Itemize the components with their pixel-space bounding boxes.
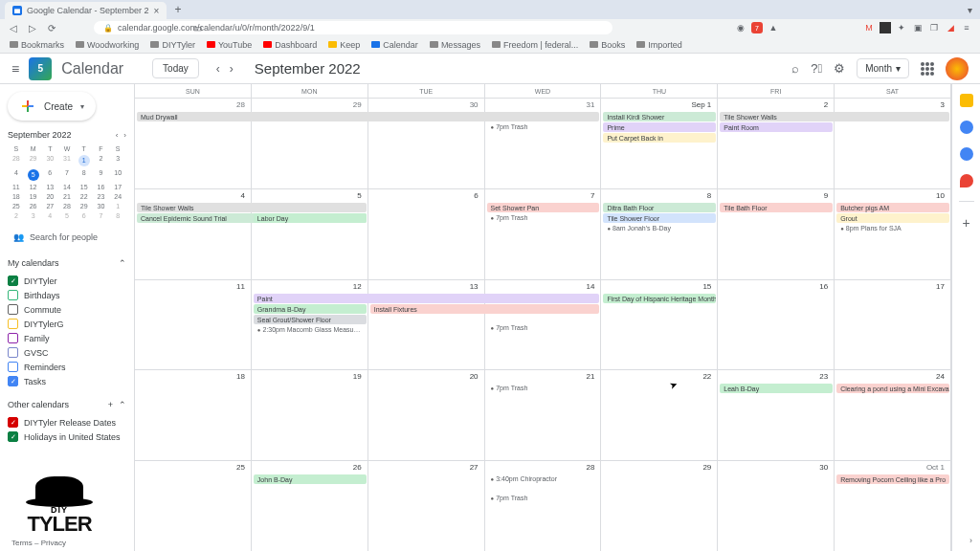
gmail-ext-icon[interactable]: M: [863, 22, 875, 33]
day-cell[interactable]: 25: [135, 461, 252, 551]
help-icon[interactable]: ?⃝: [811, 61, 822, 76]
day-cell[interactable]: 6: [368, 189, 485, 279]
main-menu-button[interactable]: ≡: [11, 61, 19, 77]
mini-cal-day[interactable]: 1: [109, 201, 126, 210]
mini-cal-day[interactable]: 21: [58, 191, 76, 201]
calendar-event-span[interactable]: Grandma B-Day: [254, 304, 367, 314]
mini-cal-day[interactable]: 24: [109, 191, 126, 201]
day-cell[interactable]: 283:40pm Chiropractor7pm Trash: [485, 461, 602, 551]
day-cell[interactable]: 27: [368, 461, 485, 551]
keep-icon[interactable]: [960, 94, 973, 107]
new-tab-button[interactable]: +: [174, 3, 181, 16]
back-button[interactable]: ◁: [8, 22, 19, 33]
calendar-checkbox[interactable]: [8, 347, 18, 358]
mini-cal-day[interactable]: 12: [25, 182, 42, 191]
calendar-event-span[interactable]: Paint: [254, 294, 600, 303]
mini-cal-day[interactable]: 9: [93, 167, 110, 182]
bookmark-item[interactable]: Imported: [636, 40, 682, 50]
calendar-event-span[interactable]: Tile Shower Walls: [720, 112, 949, 121]
forward-button[interactable]: ▷: [27, 22, 38, 33]
calendar-event[interactable]: 7pm Trash: [487, 494, 599, 502]
mini-calendar[interactable]: SMTWTFS282930311234567891011121314151617…: [8, 143, 126, 220]
mini-next-button[interactable]: ›: [123, 131, 126, 140]
bookmark-item[interactable]: Calendar: [371, 40, 418, 50]
calendar-list-item[interactable]: DIYTyler: [8, 274, 126, 288]
mini-cal-day[interactable]: 10: [109, 167, 126, 182]
calendar-event[interactable]: 7pm Trash: [487, 213, 599, 222]
mini-cal-day[interactable]: 27: [41, 201, 58, 210]
mini-cal-day[interactable]: 6: [76, 210, 93, 220]
mini-cal-day[interactable]: 22: [76, 191, 93, 201]
mini-cal-day[interactable]: 18: [8, 191, 25, 201]
bookmark-item[interactable]: DIYTyler: [150, 40, 195, 50]
footer-links[interactable]: Terms – Privacy: [11, 539, 66, 547]
calendar-event-span[interactable]: Labor Day: [254, 213, 367, 223]
contacts-icon[interactable]: [960, 147, 973, 161]
mini-cal-day[interactable]: 3: [25, 210, 42, 220]
calendar-event[interactable]: 2:30pm Macomb Glass Measuring: [254, 325, 366, 334]
window-controls[interactable]: ▾: [968, 5, 972, 15]
day-cell[interactable]: 29: [601, 461, 718, 551]
mini-cal-day[interactable]: 4: [41, 210, 58, 220]
calendar-checkbox[interactable]: [8, 376, 18, 386]
mini-cal-day[interactable]: 8: [76, 167, 93, 182]
close-tab-icon[interactable]: ×: [154, 6, 160, 16]
settings-icon[interactable]: ⚙: [834, 61, 845, 76]
mini-cal-day[interactable]: 28: [58, 201, 76, 210]
mini-cal-day[interactable]: 14: [58, 182, 76, 191]
mini-cal-day[interactable]: 30: [41, 153, 58, 167]
mini-cal-day[interactable]: 28: [8, 153, 25, 167]
add-calendar-icon[interactable]: +: [108, 400, 113, 409]
search-people-input[interactable]: 👥 Search for people: [8, 228, 126, 247]
calendar-event-span[interactable]: John B-Day: [254, 474, 367, 484]
square-ext-icon[interactable]: ▣: [912, 22, 924, 33]
calendar-event-span[interactable]: Butcher pigs AM: [836, 203, 949, 212]
bookmark-item[interactable]: Bookmarks: [10, 40, 64, 50]
mini-cal-day[interactable]: 25: [8, 201, 25, 210]
shield-icon[interactable]: ▲: [768, 22, 779, 33]
calendar-event[interactable]: 7pm Trash: [487, 384, 599, 392]
mini-cal-day[interactable]: 7: [58, 167, 76, 182]
mini-cal-day[interactable]: 30: [93, 201, 110, 210]
calendar-list-item[interactable]: Reminders: [8, 360, 126, 374]
my-calendars-toggle[interactable]: My calendars ⌃: [8, 256, 126, 270]
google-apps-button[interactable]: [921, 62, 934, 76]
mini-cal-day[interactable]: 15: [76, 182, 93, 191]
mini-cal-day[interactable]: 5: [25, 167, 42, 182]
mini-cal-day[interactable]: 2: [93, 153, 110, 167]
extensions-icon[interactable]: ✦: [896, 22, 907, 33]
mini-cal-day[interactable]: 5: [58, 210, 76, 220]
bookmark-item[interactable]: Keep: [328, 40, 360, 50]
mini-cal-day[interactable]: 4: [8, 167, 25, 182]
day-cell[interactable]: 19: [252, 370, 368, 460]
mini-cal-day[interactable]: 1: [76, 153, 93, 167]
calendar-event-span[interactable]: Seal Grout/Shower Floor: [254, 315, 367, 324]
collapse-panel-icon[interactable]: ›: [969, 536, 972, 545]
copy-ext-icon[interactable]: ❐: [928, 22, 940, 33]
calendar-event[interactable]: 7pm Trash: [487, 323, 599, 332]
dark-ext-icon[interactable]: [880, 22, 891, 33]
maps-icon[interactable]: [960, 174, 973, 187]
mini-cal-day[interactable]: 16: [93, 182, 110, 191]
calendar-list-item[interactable]: GVSC: [8, 345, 126, 360]
calendar-checkbox[interactable]: [8, 276, 18, 286]
tasks-icon[interactable]: [960, 121, 973, 134]
mini-cal-day[interactable]: 8: [109, 210, 126, 220]
calendar-event-span[interactable]: Tile Shower Floor: [603, 213, 716, 223]
calendar-event-span[interactable]: Prime: [603, 122, 716, 132]
bookmark-item[interactable]: Messages: [430, 40, 480, 50]
browser-tab-active[interactable]: Google Calendar - September 2 ×: [5, 2, 167, 19]
mini-cal-day[interactable]: 2: [8, 210, 25, 220]
calendar-checkbox[interactable]: [8, 417, 18, 428]
mini-cal-day[interactable]: 17: [109, 182, 126, 191]
mini-cal-day[interactable]: 3: [109, 153, 126, 167]
today-button[interactable]: Today: [152, 58, 199, 78]
mini-cal-day[interactable]: 13: [41, 182, 58, 191]
account-avatar[interactable]: [946, 57, 969, 80]
calendar-event-span[interactable]: First Day of Hispanic Heritage Month: [603, 294, 716, 303]
day-cell[interactable]: 11: [135, 280, 252, 370]
notification-badge[interactable]: 7: [751, 22, 763, 33]
calendar-event-span[interactable]: Clearing a pond using a Mini Excavator: [836, 384, 949, 393]
bookmark-item[interactable]: Dashboard: [263, 40, 317, 50]
reading-list-icon[interactable]: ▭: [191, 22, 203, 33]
